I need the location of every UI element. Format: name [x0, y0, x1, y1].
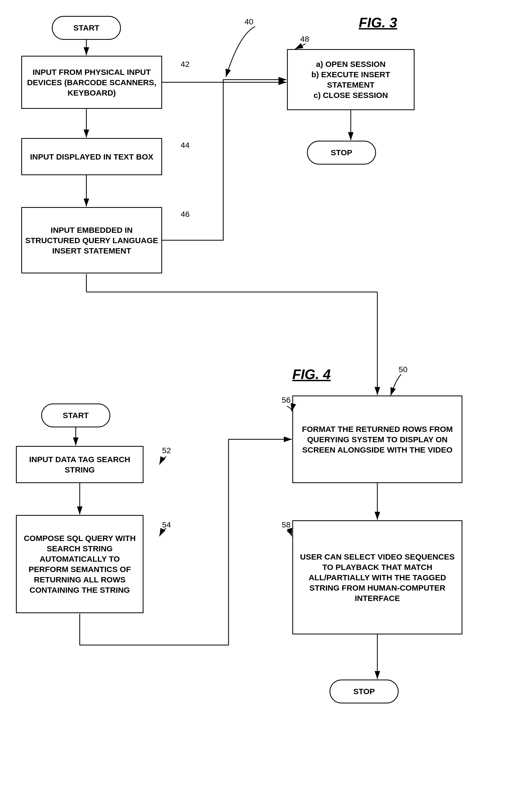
ref-num-50: 50: [399, 365, 407, 374]
ref-num-46: 46: [181, 210, 189, 219]
fig4-box2: COMPOSE SQL QUERY WITH SEARCH STRING AUT…: [16, 515, 143, 613]
fig4-box3: FORMAT THE RETURNED ROWS FROM QUERYING S…: [292, 396, 462, 483]
ref-num-48: 48: [300, 34, 309, 44]
ref-num-56: 56: [282, 396, 291, 405]
ref-num-54: 54: [162, 520, 171, 529]
ref-num-42: 42: [181, 60, 189, 69]
ref-num-44: 44: [181, 141, 189, 150]
fig3-box3: INPUT EMBEDDED IN STRUCTURED QUERY LANGU…: [21, 207, 162, 273]
fig4-stop: STOP: [329, 679, 399, 703]
fig4-box4: USER CAN SELECT VIDEO SEQUENCES TO PLAYB…: [292, 520, 462, 634]
fig4-start: START: [41, 404, 110, 427]
diagram-container: FIG. 3 40 48 START 42 INPUT FROM PHYSICA…: [0, 0, 515, 812]
ref-num-40: 40: [244, 17, 253, 26]
fig3-start: START: [52, 16, 121, 40]
ref-num-58: 58: [282, 520, 291, 529]
ref-num-52: 52: [162, 446, 171, 455]
fig3-stop: STOP: [307, 141, 376, 165]
fig3-box2: INPUT DISPLAYED IN TEXT BOX: [21, 138, 162, 175]
fig3-box1: INPUT FROM PHYSICAL INPUT DEVICES (BARCO…: [21, 56, 162, 109]
fig4-title: FIG. 4: [292, 366, 331, 382]
fig3-title: FIG. 3: [359, 14, 397, 31]
fig3-box4: a) OPEN SESSION b) EXECUTE INSERT STATEM…: [287, 49, 414, 110]
fig4-box1: INPUT DATA TAG SEARCH STRING: [16, 446, 143, 483]
